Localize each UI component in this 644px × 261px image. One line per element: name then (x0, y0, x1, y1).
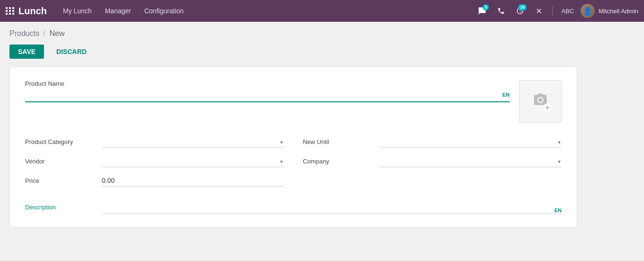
discard-button[interactable]: DISCARD (48, 45, 95, 59)
clock-badge: 26 (518, 4, 527, 10)
grid-icon[interactable] (6, 7, 15, 15)
photo-upload[interactable] (519, 80, 562, 123)
close-button[interactable] (531, 3, 547, 18)
vendor-row: Vendor ▼ (25, 155, 284, 167)
vendor-input-wrap: ▼ (102, 155, 284, 167)
top-navigation: Lunch My Lunch Manager Configuration 5 2… (0, 0, 644, 22)
save-button[interactable]: SAVE (9, 45, 44, 59)
product-category-row: Product Category ▼ (25, 136, 284, 148)
vendor-label: Vendor (25, 158, 96, 165)
menu-item-configuration[interactable]: Configuration (138, 0, 190, 22)
new-until-label: New Until (303, 138, 374, 145)
description-input-wrap: EN (102, 200, 562, 214)
description-row: Description EN (25, 200, 562, 214)
fields-grid: Product Category ▼ New Until ▼ Vendor (25, 136, 562, 214)
abc-label: ABC (558, 8, 577, 15)
main-menu: My Lunch Manager Configuration (56, 0, 475, 22)
price-row: Price (25, 175, 284, 187)
menu-item-my-lunch[interactable]: My Lunch (56, 0, 98, 22)
action-bar: SAVE DISCARD (9, 45, 635, 59)
new-until-input[interactable] (379, 136, 562, 148)
messages-badge: 5 (483, 4, 489, 10)
clock-button[interactable]: 26 (512, 3, 528, 18)
breadcrumb: Products / New (9, 29, 635, 38)
description-input[interactable] (102, 200, 562, 214)
new-until-input-wrap: ▼ (379, 136, 562, 148)
price-label: Price (25, 177, 96, 184)
company-label: Company (303, 158, 374, 165)
page-content: Products / New SAVE DISCARD Product Name… (0, 22, 644, 235)
topbar-right: 5 26 ABC 👤 Mitchell Admin (475, 3, 638, 18)
product-name-input[interactable] (25, 90, 510, 102)
product-name-section: Product Name EN (25, 80, 510, 102)
product-name-label: Product Name (25, 80, 510, 87)
messages-button[interactable]: 5 (475, 3, 490, 18)
company-row: Company ▼ (303, 155, 562, 167)
product-category-label: Product Category (25, 138, 96, 145)
user-name[interactable]: Mitchell Admin (599, 8, 638, 15)
breadcrumb-current: New (50, 29, 65, 37)
avatar-image: 👤 (581, 4, 595, 18)
product-category-input-wrap: ▼ (102, 136, 284, 148)
form-card: Product Name EN (9, 66, 577, 228)
description-label: Description (25, 204, 96, 211)
price-input-wrap (102, 175, 284, 187)
avatar[interactable]: 👤 (581, 4, 595, 18)
nav-divider (552, 6, 553, 16)
product-category-select[interactable] (102, 136, 284, 148)
breadcrumb-parent[interactable]: Products (9, 29, 39, 37)
price-input[interactable] (102, 175, 284, 187)
camera-icon (532, 92, 549, 111)
menu-item-manager[interactable]: Manager (98, 0, 138, 22)
description-lang[interactable]: EN (555, 207, 562, 213)
app-title: Lunch (18, 6, 47, 17)
company-input-wrap: ▼ (379, 155, 562, 167)
new-until-row: New Until ▼ (303, 136, 562, 148)
company-input[interactable] (379, 155, 562, 167)
product-name-row: Product Name EN (25, 80, 562, 123)
phone-button[interactable] (494, 3, 509, 18)
breadcrumb-separator: / (44, 29, 45, 37)
apps-menu[interactable] (6, 7, 15, 15)
product-name-input-wrap: EN (25, 90, 510, 102)
vendor-select[interactable] (102, 155, 284, 167)
product-name-lang[interactable]: EN (503, 92, 510, 98)
